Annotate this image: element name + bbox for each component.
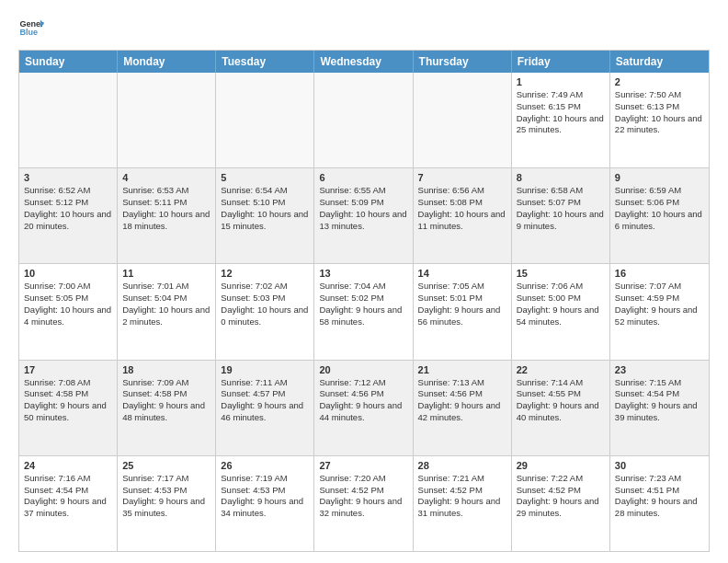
day-number: 10 bbox=[24, 268, 112, 279]
cell-text: Sunrise: 7:22 AM Sunset: 4:52 PM Dayligh… bbox=[517, 473, 605, 520]
calendar-cell-w1d4: 7Sunrise: 6:56 AM Sunset: 5:08 PM Daylig… bbox=[414, 168, 512, 263]
calendar-cell-w3d1: 18Sunrise: 7:09 AM Sunset: 4:58 PM Dayli… bbox=[118, 361, 216, 455]
day-header-friday: Friday bbox=[512, 51, 610, 73]
cell-text: Sunrise: 6:56 AM Sunset: 5:08 PM Dayligh… bbox=[418, 185, 506, 232]
cell-text: Sunrise: 7:07 AM Sunset: 4:59 PM Dayligh… bbox=[615, 281, 704, 327]
day-number: 30 bbox=[615, 460, 704, 471]
cell-text: Sunrise: 7:23 AM Sunset: 4:51 PM Dayligh… bbox=[615, 473, 704, 520]
calendar-cell-w1d1: 4Sunrise: 6:53 AM Sunset: 5:11 PM Daylig… bbox=[118, 168, 216, 263]
logo: General Blue bbox=[18, 15, 48, 40]
day-header-sunday: Sunday bbox=[19, 51, 118, 73]
day-header-thursday: Thursday bbox=[414, 51, 512, 73]
calendar-cell-w1d0: 3Sunrise: 6:52 AM Sunset: 5:12 PM Daylig… bbox=[19, 168, 118, 263]
week-row-2: 10Sunrise: 7:00 AM Sunset: 5:05 PM Dayli… bbox=[19, 263, 709, 359]
calendar-cell-w3d6: 23Sunrise: 7:15 AM Sunset: 4:54 PM Dayli… bbox=[610, 361, 709, 455]
day-number: 27 bbox=[319, 460, 407, 471]
calendar-cell-w4d2: 26Sunrise: 7:19 AM Sunset: 4:53 PM Dayli… bbox=[216, 456, 314, 551]
day-number: 19 bbox=[221, 364, 309, 375]
logo-icon: General Blue bbox=[18, 15, 44, 40]
calendar-cell-w2d2: 12Sunrise: 7:02 AM Sunset: 5:03 PM Dayli… bbox=[216, 264, 314, 359]
calendar-cell-w0d6: 2Sunrise: 7:50 AM Sunset: 6:13 PM Daylig… bbox=[610, 73, 709, 167]
cell-text: Sunrise: 7:04 AM Sunset: 5:02 PM Dayligh… bbox=[319, 281, 407, 327]
calendar-cell-w3d4: 21Sunrise: 7:13 AM Sunset: 4:56 PM Dayli… bbox=[414, 361, 512, 455]
day-header-monday: Monday bbox=[118, 51, 216, 73]
cell-text: Sunrise: 7:00 AM Sunset: 5:05 PM Dayligh… bbox=[24, 281, 112, 327]
cell-text: Sunrise: 7:50 AM Sunset: 6:13 PM Dayligh… bbox=[615, 89, 704, 136]
day-number: 17 bbox=[24, 364, 112, 375]
week-row-4: 24Sunrise: 7:16 AM Sunset: 4:54 PM Dayli… bbox=[19, 455, 709, 551]
calendar-cell-w0d5: 1Sunrise: 7:49 AM Sunset: 6:15 PM Daylig… bbox=[512, 73, 610, 167]
day-number: 5 bbox=[221, 172, 309, 183]
day-number: 9 bbox=[615, 172, 704, 183]
cell-text: Sunrise: 6:58 AM Sunset: 5:07 PM Dayligh… bbox=[517, 185, 605, 232]
day-number: 3 bbox=[24, 172, 112, 183]
cell-text: Sunrise: 7:02 AM Sunset: 5:03 PM Dayligh… bbox=[221, 281, 309, 327]
cell-text: Sunrise: 6:59 AM Sunset: 5:06 PM Dayligh… bbox=[615, 185, 704, 232]
cell-text: Sunrise: 6:55 AM Sunset: 5:09 PM Dayligh… bbox=[319, 185, 407, 232]
cell-text: Sunrise: 7:12 AM Sunset: 4:56 PM Dayligh… bbox=[319, 377, 407, 424]
cell-text: Sunrise: 6:52 AM Sunset: 5:12 PM Dayligh… bbox=[24, 185, 112, 232]
calendar-cell-w4d6: 30Sunrise: 7:23 AM Sunset: 4:51 PM Dayli… bbox=[610, 456, 709, 551]
calendar-cell-w0d1 bbox=[118, 73, 216, 167]
day-number: 28 bbox=[418, 460, 506, 471]
week-row-0: 1Sunrise: 7:49 AM Sunset: 6:15 PM Daylig… bbox=[19, 73, 709, 167]
day-number: 15 bbox=[517, 268, 605, 279]
day-number: 22 bbox=[517, 364, 605, 375]
day-header-saturday: Saturday bbox=[610, 51, 709, 73]
calendar-cell-w0d3 bbox=[314, 73, 413, 167]
calendar-cell-w3d0: 17Sunrise: 7:08 AM Sunset: 4:58 PM Dayli… bbox=[19, 361, 118, 455]
week-row-1: 3Sunrise: 6:52 AM Sunset: 5:12 PM Daylig… bbox=[19, 167, 709, 263]
cell-text: Sunrise: 7:16 AM Sunset: 4:54 PM Dayligh… bbox=[24, 473, 112, 520]
cell-text: Sunrise: 7:17 AM Sunset: 4:53 PM Dayligh… bbox=[122, 473, 210, 520]
calendar-cell-w4d4: 28Sunrise: 7:21 AM Sunset: 4:52 PM Dayli… bbox=[414, 456, 512, 551]
calendar-cell-w1d5: 8Sunrise: 6:58 AM Sunset: 5:07 PM Daylig… bbox=[512, 168, 610, 263]
calendar-cell-w4d1: 25Sunrise: 7:17 AM Sunset: 4:53 PM Dayli… bbox=[118, 456, 216, 551]
cell-text: Sunrise: 7:08 AM Sunset: 4:58 PM Dayligh… bbox=[24, 377, 112, 424]
calendar-cell-w0d0 bbox=[19, 73, 118, 167]
day-number: 8 bbox=[517, 172, 605, 183]
cell-text: Sunrise: 7:14 AM Sunset: 4:55 PM Dayligh… bbox=[517, 377, 605, 424]
calendar-cell-w1d6: 9Sunrise: 6:59 AM Sunset: 5:06 PM Daylig… bbox=[610, 168, 709, 263]
header: General Blue bbox=[18, 15, 710, 40]
day-number: 7 bbox=[418, 172, 506, 183]
cell-text: Sunrise: 6:54 AM Sunset: 5:10 PM Dayligh… bbox=[221, 185, 309, 232]
week-row-3: 17Sunrise: 7:08 AM Sunset: 4:58 PM Dayli… bbox=[19, 360, 709, 455]
cell-text: Sunrise: 7:06 AM Sunset: 5:00 PM Dayligh… bbox=[517, 281, 605, 327]
calendar-cell-w3d5: 22Sunrise: 7:14 AM Sunset: 4:55 PM Dayli… bbox=[512, 361, 610, 455]
day-number: 11 bbox=[122, 268, 210, 279]
cell-text: Sunrise: 7:15 AM Sunset: 4:54 PM Dayligh… bbox=[615, 377, 704, 424]
day-number: 2 bbox=[615, 76, 704, 87]
cell-text: Sunrise: 7:11 AM Sunset: 4:57 PM Dayligh… bbox=[221, 377, 309, 424]
day-number: 4 bbox=[122, 172, 210, 183]
day-number: 20 bbox=[319, 364, 407, 375]
calendar-cell-w2d1: 11Sunrise: 7:01 AM Sunset: 5:04 PM Dayli… bbox=[118, 264, 216, 359]
calendar-cell-w1d3: 6Sunrise: 6:55 AM Sunset: 5:09 PM Daylig… bbox=[314, 168, 413, 263]
day-number: 21 bbox=[418, 364, 506, 375]
day-number: 6 bbox=[319, 172, 407, 183]
cell-text: Sunrise: 7:05 AM Sunset: 5:01 PM Dayligh… bbox=[418, 281, 506, 327]
calendar-cell-w2d3: 13Sunrise: 7:04 AM Sunset: 5:02 PM Dayli… bbox=[314, 264, 413, 359]
day-number: 13 bbox=[319, 268, 407, 279]
cell-text: Sunrise: 7:01 AM Sunset: 5:04 PM Dayligh… bbox=[122, 281, 210, 327]
cell-text: Sunrise: 7:13 AM Sunset: 4:56 PM Dayligh… bbox=[418, 377, 506, 424]
cell-text: Sunrise: 6:53 AM Sunset: 5:11 PM Dayligh… bbox=[122, 185, 210, 232]
day-number: 1 bbox=[517, 76, 605, 87]
day-number: 25 bbox=[122, 460, 210, 471]
calendar-cell-w2d6: 16Sunrise: 7:07 AM Sunset: 4:59 PM Dayli… bbox=[610, 264, 709, 359]
cell-text: Sunrise: 7:19 AM Sunset: 4:53 PM Dayligh… bbox=[221, 473, 309, 520]
calendar-cell-w2d0: 10Sunrise: 7:00 AM Sunset: 5:05 PM Dayli… bbox=[19, 264, 118, 359]
day-number: 23 bbox=[615, 364, 704, 375]
calendar: SundayMondayTuesdayWednesdayThursdayFrid… bbox=[18, 50, 710, 552]
calendar-cell-w2d4: 14Sunrise: 7:05 AM Sunset: 5:01 PM Dayli… bbox=[414, 264, 512, 359]
cell-text: Sunrise: 7:20 AM Sunset: 4:52 PM Dayligh… bbox=[319, 473, 407, 520]
day-number: 18 bbox=[122, 364, 210, 375]
day-number: 29 bbox=[517, 460, 605, 471]
cell-text: Sunrise: 7:49 AM Sunset: 6:15 PM Dayligh… bbox=[517, 89, 605, 136]
day-number: 26 bbox=[221, 460, 309, 471]
day-number: 12 bbox=[221, 268, 309, 279]
day-number: 14 bbox=[418, 268, 506, 279]
calendar-cell-w4d5: 29Sunrise: 7:22 AM Sunset: 4:52 PM Dayli… bbox=[512, 456, 610, 551]
calendar-body: 1Sunrise: 7:49 AM Sunset: 6:15 PM Daylig… bbox=[19, 73, 709, 551]
svg-text:Blue: Blue bbox=[19, 28, 38, 37]
day-header-tuesday: Tuesday bbox=[216, 51, 314, 73]
